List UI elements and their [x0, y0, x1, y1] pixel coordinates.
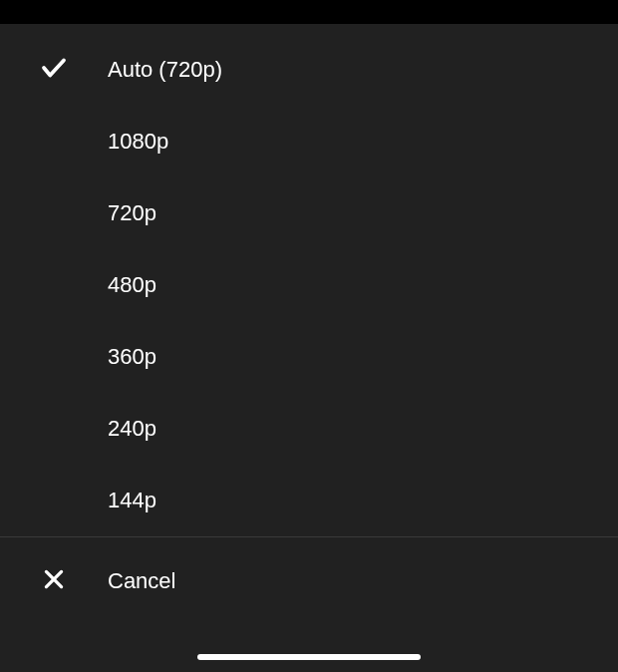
home-indicator[interactable] — [197, 654, 421, 660]
quality-menu: Auto (720p) 1080p 720p 480p 360p 240p 14… — [0, 24, 618, 672]
close-icon — [41, 566, 67, 596]
quality-option-144p[interactable]: 144p — [0, 465, 618, 536]
quality-option-360p[interactable]: 360p — [0, 321, 618, 393]
cancel-label: Cancel — [108, 568, 175, 594]
quality-option-label: 480p — [108, 272, 156, 298]
check-icon — [39, 53, 69, 87]
quality-option-label: 240p — [108, 416, 156, 442]
quality-option-240p[interactable]: 240p — [0, 393, 618, 465]
status-bar — [0, 0, 618, 24]
quality-option-label: 360p — [108, 344, 156, 370]
quality-option-720p[interactable]: 720p — [0, 177, 618, 249]
quality-option-list: Auto (720p) 1080p 720p 480p 360p 240p 14… — [0, 24, 618, 536]
quality-option-480p[interactable]: 480p — [0, 249, 618, 321]
cancel-button[interactable]: Cancel — [0, 537, 618, 625]
quality-option-1080p[interactable]: 1080p — [0, 106, 618, 177]
quality-option-label: 144p — [108, 488, 156, 513]
quality-option-label: 1080p — [108, 129, 168, 155]
quality-option-label: 720p — [108, 200, 156, 226]
quality-option-label: Auto (720p) — [108, 57, 222, 83]
quality-option-auto[interactable]: Auto (720p) — [0, 34, 618, 106]
